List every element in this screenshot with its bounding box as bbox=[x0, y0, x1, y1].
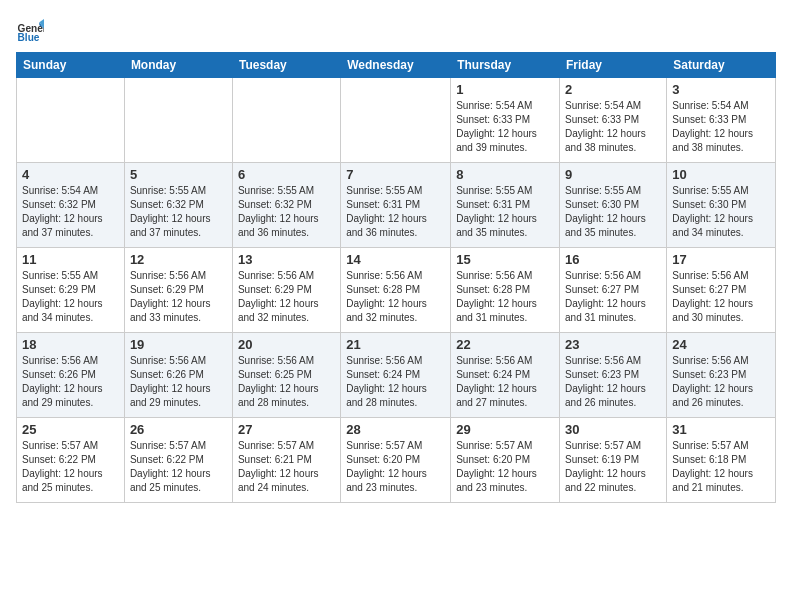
day-info: Sunrise: 5:57 AM Sunset: 6:20 PM Dayligh… bbox=[346, 439, 445, 495]
weekday-header: Saturday bbox=[667, 53, 776, 78]
day-info: Sunrise: 5:56 AM Sunset: 6:23 PM Dayligh… bbox=[565, 354, 661, 410]
day-info: Sunrise: 5:57 AM Sunset: 6:22 PM Dayligh… bbox=[22, 439, 119, 495]
day-number: 29 bbox=[456, 422, 554, 437]
calendar-cell: 12Sunrise: 5:56 AM Sunset: 6:29 PM Dayli… bbox=[124, 248, 232, 333]
day-number: 3 bbox=[672, 82, 770, 97]
weekday-header: Wednesday bbox=[341, 53, 451, 78]
day-number: 1 bbox=[456, 82, 554, 97]
day-number: 17 bbox=[672, 252, 770, 267]
day-number: 15 bbox=[456, 252, 554, 267]
logo: General Blue bbox=[16, 16, 48, 44]
day-info: Sunrise: 5:55 AM Sunset: 6:32 PM Dayligh… bbox=[238, 184, 335, 240]
day-number: 19 bbox=[130, 337, 227, 352]
day-info: Sunrise: 5:57 AM Sunset: 6:22 PM Dayligh… bbox=[130, 439, 227, 495]
day-info: Sunrise: 5:57 AM Sunset: 6:21 PM Dayligh… bbox=[238, 439, 335, 495]
day-number: 28 bbox=[346, 422, 445, 437]
weekday-header: Monday bbox=[124, 53, 232, 78]
day-info: Sunrise: 5:55 AM Sunset: 6:32 PM Dayligh… bbox=[130, 184, 227, 240]
calendar-cell: 25Sunrise: 5:57 AM Sunset: 6:22 PM Dayli… bbox=[17, 418, 125, 503]
day-number: 5 bbox=[130, 167, 227, 182]
day-info: Sunrise: 5:57 AM Sunset: 6:19 PM Dayligh… bbox=[565, 439, 661, 495]
day-number: 21 bbox=[346, 337, 445, 352]
calendar-cell: 13Sunrise: 5:56 AM Sunset: 6:29 PM Dayli… bbox=[232, 248, 340, 333]
day-number: 11 bbox=[22, 252, 119, 267]
day-number: 26 bbox=[130, 422, 227, 437]
day-number: 25 bbox=[22, 422, 119, 437]
logo-icon: General Blue bbox=[16, 16, 44, 44]
calendar-cell: 3Sunrise: 5:54 AM Sunset: 6:33 PM Daylig… bbox=[667, 78, 776, 163]
day-info: Sunrise: 5:56 AM Sunset: 6:28 PM Dayligh… bbox=[346, 269, 445, 325]
day-info: Sunrise: 5:57 AM Sunset: 6:18 PM Dayligh… bbox=[672, 439, 770, 495]
calendar-cell bbox=[17, 78, 125, 163]
calendar-week-row: 4Sunrise: 5:54 AM Sunset: 6:32 PM Daylig… bbox=[17, 163, 776, 248]
day-number: 30 bbox=[565, 422, 661, 437]
day-number: 9 bbox=[565, 167, 661, 182]
calendar-cell: 4Sunrise: 5:54 AM Sunset: 6:32 PM Daylig… bbox=[17, 163, 125, 248]
calendar-cell: 10Sunrise: 5:55 AM Sunset: 6:30 PM Dayli… bbox=[667, 163, 776, 248]
weekday-header: Thursday bbox=[451, 53, 560, 78]
day-info: Sunrise: 5:56 AM Sunset: 6:27 PM Dayligh… bbox=[565, 269, 661, 325]
day-info: Sunrise: 5:57 AM Sunset: 6:20 PM Dayligh… bbox=[456, 439, 554, 495]
calendar-cell: 17Sunrise: 5:56 AM Sunset: 6:27 PM Dayli… bbox=[667, 248, 776, 333]
calendar-cell: 15Sunrise: 5:56 AM Sunset: 6:28 PM Dayli… bbox=[451, 248, 560, 333]
day-number: 31 bbox=[672, 422, 770, 437]
calendar-cell: 7Sunrise: 5:55 AM Sunset: 6:31 PM Daylig… bbox=[341, 163, 451, 248]
calendar-cell: 21Sunrise: 5:56 AM Sunset: 6:24 PM Dayli… bbox=[341, 333, 451, 418]
day-number: 14 bbox=[346, 252, 445, 267]
day-info: Sunrise: 5:55 AM Sunset: 6:30 PM Dayligh… bbox=[565, 184, 661, 240]
day-number: 22 bbox=[456, 337, 554, 352]
day-info: Sunrise: 5:54 AM Sunset: 6:33 PM Dayligh… bbox=[672, 99, 770, 155]
calendar-cell: 20Sunrise: 5:56 AM Sunset: 6:25 PM Dayli… bbox=[232, 333, 340, 418]
day-info: Sunrise: 5:56 AM Sunset: 6:26 PM Dayligh… bbox=[22, 354, 119, 410]
day-number: 13 bbox=[238, 252, 335, 267]
weekday-header: Sunday bbox=[17, 53, 125, 78]
calendar-cell: 18Sunrise: 5:56 AM Sunset: 6:26 PM Dayli… bbox=[17, 333, 125, 418]
calendar-cell: 28Sunrise: 5:57 AM Sunset: 6:20 PM Dayli… bbox=[341, 418, 451, 503]
calendar-cell: 29Sunrise: 5:57 AM Sunset: 6:20 PM Dayli… bbox=[451, 418, 560, 503]
calendar-cell: 22Sunrise: 5:56 AM Sunset: 6:24 PM Dayli… bbox=[451, 333, 560, 418]
day-info: Sunrise: 5:55 AM Sunset: 6:31 PM Dayligh… bbox=[456, 184, 554, 240]
day-info: Sunrise: 5:56 AM Sunset: 6:23 PM Dayligh… bbox=[672, 354, 770, 410]
day-number: 23 bbox=[565, 337, 661, 352]
calendar-cell: 26Sunrise: 5:57 AM Sunset: 6:22 PM Dayli… bbox=[124, 418, 232, 503]
day-number: 12 bbox=[130, 252, 227, 267]
day-number: 16 bbox=[565, 252, 661, 267]
weekday-header-row: SundayMondayTuesdayWednesdayThursdayFrid… bbox=[17, 53, 776, 78]
day-info: Sunrise: 5:56 AM Sunset: 6:28 PM Dayligh… bbox=[456, 269, 554, 325]
day-info: Sunrise: 5:56 AM Sunset: 6:29 PM Dayligh… bbox=[130, 269, 227, 325]
day-number: 20 bbox=[238, 337, 335, 352]
day-info: Sunrise: 5:55 AM Sunset: 6:30 PM Dayligh… bbox=[672, 184, 770, 240]
calendar-cell: 2Sunrise: 5:54 AM Sunset: 6:33 PM Daylig… bbox=[560, 78, 667, 163]
calendar-cell: 27Sunrise: 5:57 AM Sunset: 6:21 PM Dayli… bbox=[232, 418, 340, 503]
weekday-header: Tuesday bbox=[232, 53, 340, 78]
day-info: Sunrise: 5:56 AM Sunset: 6:24 PM Dayligh… bbox=[346, 354, 445, 410]
day-number: 4 bbox=[22, 167, 119, 182]
calendar-cell bbox=[232, 78, 340, 163]
day-info: Sunrise: 5:56 AM Sunset: 6:24 PM Dayligh… bbox=[456, 354, 554, 410]
page-header: General Blue bbox=[16, 16, 776, 44]
day-number: 7 bbox=[346, 167, 445, 182]
calendar-cell: 31Sunrise: 5:57 AM Sunset: 6:18 PM Dayli… bbox=[667, 418, 776, 503]
calendar-cell: 11Sunrise: 5:55 AM Sunset: 6:29 PM Dayli… bbox=[17, 248, 125, 333]
calendar-cell: 8Sunrise: 5:55 AM Sunset: 6:31 PM Daylig… bbox=[451, 163, 560, 248]
calendar-cell: 24Sunrise: 5:56 AM Sunset: 6:23 PM Dayli… bbox=[667, 333, 776, 418]
day-number: 10 bbox=[672, 167, 770, 182]
calendar-week-row: 11Sunrise: 5:55 AM Sunset: 6:29 PM Dayli… bbox=[17, 248, 776, 333]
day-number: 24 bbox=[672, 337, 770, 352]
day-info: Sunrise: 5:54 AM Sunset: 6:32 PM Dayligh… bbox=[22, 184, 119, 240]
day-info: Sunrise: 5:56 AM Sunset: 6:27 PM Dayligh… bbox=[672, 269, 770, 325]
day-info: Sunrise: 5:56 AM Sunset: 6:25 PM Dayligh… bbox=[238, 354, 335, 410]
calendar-cell: 30Sunrise: 5:57 AM Sunset: 6:19 PM Dayli… bbox=[560, 418, 667, 503]
day-info: Sunrise: 5:56 AM Sunset: 6:26 PM Dayligh… bbox=[130, 354, 227, 410]
calendar-cell: 1Sunrise: 5:54 AM Sunset: 6:33 PM Daylig… bbox=[451, 78, 560, 163]
calendar-cell: 6Sunrise: 5:55 AM Sunset: 6:32 PM Daylig… bbox=[232, 163, 340, 248]
calendar-cell bbox=[341, 78, 451, 163]
calendar-cell: 14Sunrise: 5:56 AM Sunset: 6:28 PM Dayli… bbox=[341, 248, 451, 333]
day-info: Sunrise: 5:56 AM Sunset: 6:29 PM Dayligh… bbox=[238, 269, 335, 325]
svg-text:Blue: Blue bbox=[18, 32, 40, 43]
calendar-table: SundayMondayTuesdayWednesdayThursdayFrid… bbox=[16, 52, 776, 503]
day-info: Sunrise: 5:55 AM Sunset: 6:29 PM Dayligh… bbox=[22, 269, 119, 325]
calendar-week-row: 1Sunrise: 5:54 AM Sunset: 6:33 PM Daylig… bbox=[17, 78, 776, 163]
day-info: Sunrise: 5:54 AM Sunset: 6:33 PM Dayligh… bbox=[456, 99, 554, 155]
day-info: Sunrise: 5:54 AM Sunset: 6:33 PM Dayligh… bbox=[565, 99, 661, 155]
